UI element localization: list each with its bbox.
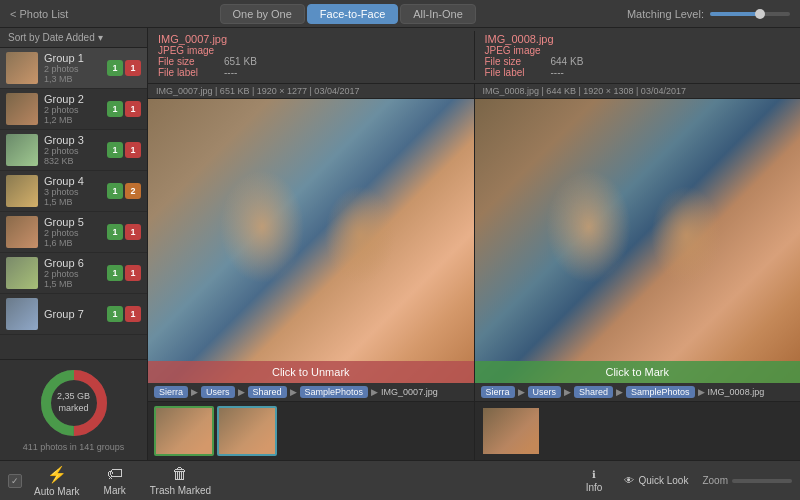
info-icon: ℹ [592, 469, 596, 480]
group5-badge-red: 1 [125, 224, 141, 240]
file-info-bar: IMG_0007.jpg JPEG image File size 651 KB… [148, 28, 800, 84]
slider-thumb [755, 9, 765, 19]
top-bar: < Photo List One by One Face-to-Face All… [0, 0, 800, 28]
group4-badge-green: 1 [107, 183, 123, 199]
tab-one-by-one[interactable]: One by One [220, 4, 305, 24]
left-thumb-strip [148, 402, 474, 460]
group3-badge-green: 1 [107, 142, 123, 158]
right-bc-file: IMG_0008.jpg [708, 387, 765, 397]
group5-size: 1,6 MB [44, 238, 101, 248]
left-bc-sep2: ▶ [238, 387, 245, 397]
image-panels: IMG_0007.jpg | 651 KB | 1920 × 1277 | 03… [148, 84, 800, 383]
left-photo-overlay [148, 99, 474, 383]
group3-name: Group 3 [44, 134, 101, 146]
group1-badge-red: 1 [125, 60, 141, 76]
group6-info: Group 6 2 photos 1,5 MB [44, 257, 101, 289]
right-file-type-row: JPEG image [485, 45, 791, 56]
left-bc-sep1: ▶ [191, 387, 198, 397]
group2-photos: 2 photos [44, 105, 101, 115]
group6-badge-red: 1 [125, 265, 141, 281]
trash-marked-button[interactable]: 🗑 Trash Marked [138, 462, 223, 499]
right-bc-samplephotos: SamplePhotos [626, 386, 695, 398]
left-action-button[interactable]: Click to Unmark [148, 361, 474, 383]
group1-meta: 2 photos [44, 64, 101, 74]
slider-fill [710, 12, 758, 16]
sidebar: Sort by Date Added ▾ Group 1 2 photos 1,… [0, 28, 148, 460]
donut-label: 2,35 GB marked [57, 391, 90, 414]
left-photo [148, 99, 474, 383]
matching-level-slider[interactable] [710, 12, 790, 16]
mark-label: Mark [104, 485, 126, 496]
auto-mark-button[interactable]: ⚡ Auto Mark [22, 462, 92, 500]
right-bc-sep1: ▶ [518, 387, 525, 397]
left-thumb-1[interactable] [154, 406, 214, 456]
tab-all-in-one[interactable]: All-In-One [400, 4, 476, 24]
mark-icon: 🏷 [107, 465, 123, 483]
sidebar-item-group5[interactable]: Group 5 2 photos 1,6 MB 1 1 [0, 212, 147, 253]
auto-mark-icon: ⚡ [47, 465, 67, 484]
sidebar-item-group2[interactable]: Group 2 2 photos 1,2 MB 1 1 [0, 89, 147, 130]
tab-face-to-face[interactable]: Face-to-Face [307, 4, 398, 24]
group6-badges: 1 1 [107, 265, 141, 281]
group4-photos: 3 photos [44, 187, 101, 197]
quick-look-button[interactable]: 👁 Quick Look [616, 472, 696, 489]
group3-badge-red: 1 [125, 142, 141, 158]
auto-mark-label: Auto Mark [34, 486, 80, 497]
zoom-slider[interactable] [732, 479, 792, 483]
sidebar-item-group3[interactable]: Group 3 2 photos 832 KB 1 1 [0, 130, 147, 171]
bottom-bar: ✓ ⚡ Auto Mark 🏷 Mark 🗑 Trash Marked ℹ In… [0, 460, 800, 500]
group7-info: Group 7 [44, 308, 101, 320]
group1-size: 1,3 MB [44, 74, 101, 84]
group1-info: Group 1 2 photos 1,3 MB [44, 52, 101, 84]
sidebar-item-group1[interactable]: Group 1 2 photos 1,3 MB 1 1 [0, 48, 147, 89]
sidebar-item-group6[interactable]: Group 6 2 photos 1,5 MB 1 1 [0, 253, 147, 294]
auto-mark-check[interactable]: ✓ [8, 474, 22, 488]
donut-marked: marked [57, 403, 90, 415]
group3-thumb [6, 134, 38, 166]
right-action-button[interactable]: Click to Mark [475, 361, 801, 383]
sidebar-item-group4[interactable]: Group 4 3 photos 1,5 MB 1 2 [0, 171, 147, 212]
group5-badges: 1 1 [107, 224, 141, 240]
mark-button[interactable]: 🏷 Mark [92, 462, 138, 499]
group4-size: 1,5 MB [44, 197, 101, 207]
sort-chevron-icon: ▾ [98, 32, 103, 43]
sidebar-item-group7[interactable]: Group 7 1 1 [0, 294, 147, 335]
left-bc-samplephotos: SamplePhotos [300, 386, 369, 398]
right-image-header: IMG_0008.jpg | 644 KB | 1920 × 1308 | 03… [475, 84, 801, 99]
main-layout: Sort by Date Added ▾ Group 1 2 photos 1,… [0, 28, 800, 460]
right-thumb-1[interactable] [481, 406, 541, 456]
left-thumb-2[interactable] [217, 406, 277, 456]
sidebar-sort[interactable]: Sort by Date Added ▾ [0, 28, 147, 48]
group3-badges: 1 1 [107, 142, 141, 158]
group2-badge-green: 1 [107, 101, 123, 117]
right-file-type-label: JPEG image [485, 45, 545, 56]
right-thumb-strip [475, 402, 801, 460]
info-button[interactable]: ℹ Info [578, 466, 611, 496]
right-file-label: ---- [551, 67, 564, 78]
content-area: IMG_0007.jpg JPEG image File size 651 KB… [148, 28, 800, 460]
right-thumb-img-1 [483, 408, 539, 454]
sort-label: Sort by Date Added [8, 32, 95, 43]
left-file-name: IMG_0007.jpg [158, 33, 464, 45]
right-photo-overlay [475, 99, 801, 383]
left-file-detail-row: File size 651 KB [158, 56, 464, 67]
group3-photos: 2 photos [44, 146, 101, 156]
group5-badge-green: 1 [107, 224, 123, 240]
left-file-type-row: JPEG image [158, 45, 464, 56]
trash-label: Trash Marked [150, 485, 211, 496]
group7-thumb [6, 298, 38, 330]
photos-count: 411 photos in 141 groups [23, 442, 125, 452]
bottom-section: Sierra ▶ Users ▶ Shared ▶ SamplePhotos ▶… [148, 383, 800, 460]
left-bc-sep3: ▶ [290, 387, 297, 397]
matching-level-label: Matching Level: [627, 8, 704, 20]
left-file-type-label: JPEG image [158, 45, 218, 56]
zoom-control: Zoom [702, 475, 792, 486]
back-link[interactable]: < Photo List [10, 8, 68, 20]
right-bc-sep2: ▶ [564, 387, 571, 397]
left-thumb-img-2 [219, 408, 275, 454]
group2-info: Group 2 2 photos 1,2 MB [44, 93, 101, 125]
right-file-size: 644 KB [551, 56, 584, 67]
left-image-panel: IMG_0007.jpg | 651 KB | 1920 × 1277 | 03… [148, 84, 475, 383]
group5-photos: 2 photos [44, 228, 101, 238]
group2-size: 1,2 MB [44, 115, 101, 125]
